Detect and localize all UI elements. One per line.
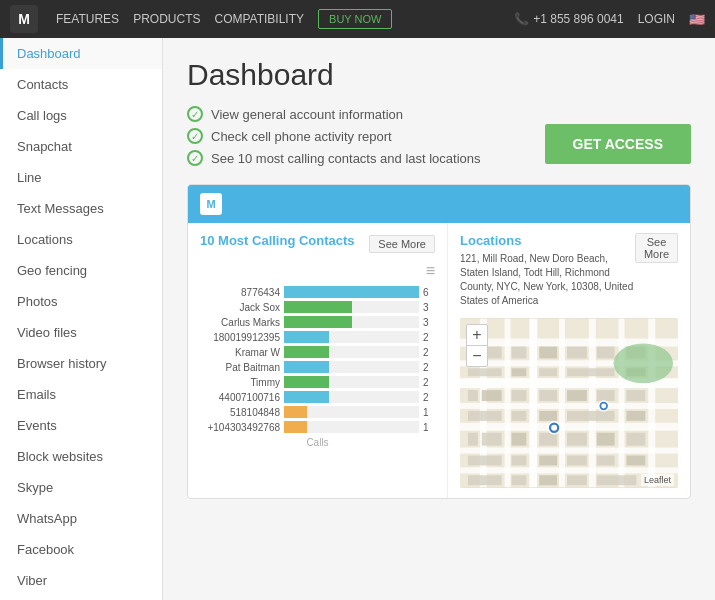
svg-rect-6 <box>460 423 678 431</box>
bar-value: 2 <box>423 362 435 373</box>
svg-point-58 <box>614 344 673 384</box>
calling-section: 10 Most Calling Contacts See More ≡ 8776… <box>188 223 448 498</box>
sidebar-item-contacts[interactable]: Contacts <box>0 69 162 100</box>
bar-track <box>284 316 419 328</box>
feature-item: ✓View general account information <box>187 106 691 122</box>
svg-rect-55 <box>539 475 557 485</box>
svg-rect-11 <box>529 319 537 487</box>
bar-value: 2 <box>423 332 435 343</box>
svg-rect-39 <box>626 411 645 421</box>
sidebar-item-browser-history[interactable]: Browser history <box>0 348 162 379</box>
svg-rect-33 <box>597 390 615 401</box>
sidebar-item-line[interactable]: Line <box>0 162 162 193</box>
bar-row: +104303492768 1 <box>200 421 435 433</box>
sidebar-item-video-files[interactable]: Video files <box>0 317 162 348</box>
svg-rect-40 <box>468 433 478 446</box>
bar-row: 8776434 6 <box>200 286 435 298</box>
bar-label: Kramar W <box>200 347 280 358</box>
svg-rect-12 <box>559 319 565 487</box>
sidebar-item-geo-fencing[interactable]: Geo fencing <box>0 255 162 286</box>
sidebar-item-text-messages[interactable]: Text Messages <box>0 193 162 224</box>
bar-row: 518104848 1 <box>200 406 435 418</box>
topnav-compatibility[interactable]: COMPATIBILITY <box>214 12 304 26</box>
locations-see-more-button[interactable]: See More <box>635 233 678 263</box>
sidebar-item-locations[interactable]: Locations <box>0 224 162 255</box>
bar-label: +104303492768 <box>200 422 280 433</box>
get-access-button[interactable]: GET ACCESS <box>545 124 692 164</box>
svg-point-62 <box>601 403 606 408</box>
bar-track <box>284 346 419 358</box>
login-link[interactable]: LOGIN <box>638 12 675 26</box>
svg-rect-43 <box>539 433 557 446</box>
bar-track <box>284 391 419 403</box>
bar-fill <box>284 421 307 433</box>
sidebar-item-emails[interactable]: Emails <box>0 379 162 410</box>
bar-label: 8776434 <box>200 287 280 298</box>
bar-fill <box>284 301 352 313</box>
bar-fill <box>284 361 329 373</box>
svg-rect-53 <box>468 475 502 485</box>
svg-rect-30 <box>512 390 527 401</box>
bar-row: Jack Sox 3 <box>200 301 435 313</box>
bar-label: 518104848 <box>200 407 280 418</box>
svg-rect-51 <box>597 456 615 466</box>
svg-rect-24 <box>512 368 527 376</box>
bar-fill <box>284 286 419 298</box>
locations-address: 121, Mill Road, New Doro Beach, Staten I… <box>460 252 635 308</box>
topnav-links: FEATURES PRODUCTS COMPATIBILITY BUY NOW <box>56 9 392 29</box>
sidebar-item-tinder[interactable]: Tinder <box>0 596 162 600</box>
card-body: 10 Most Calling Contacts See More ≡ 8776… <box>188 223 690 498</box>
svg-rect-14 <box>619 319 625 487</box>
bar-track <box>284 286 419 298</box>
svg-rect-48 <box>512 456 527 466</box>
calls-label: Calls <box>200 437 435 448</box>
svg-rect-23 <box>468 368 502 376</box>
sidebar-item-skype[interactable]: Skype <box>0 472 162 503</box>
topnav-features[interactable]: FEATURES <box>56 12 119 26</box>
svg-rect-52 <box>626 456 645 466</box>
flag-icon: 🇺🇸 <box>689 12 705 27</box>
sidebar-item-photos[interactable]: Photos <box>0 286 162 317</box>
bar-track <box>284 361 419 373</box>
bar-track <box>284 301 419 313</box>
bar-row: Carlus Marks 3 <box>200 316 435 328</box>
topnav-right: 📞 +1 855 896 0041 LOGIN 🇺🇸 <box>514 12 705 27</box>
bar-track <box>284 406 419 418</box>
calling-see-more-button[interactable]: See More <box>369 235 435 253</box>
calling-title: 10 Most Calling Contacts <box>200 233 355 248</box>
sidebar-item-snapchat[interactable]: Snapchat <box>0 131 162 162</box>
svg-rect-36 <box>512 411 527 421</box>
sidebar-item-block-websites[interactable]: Block websites <box>0 441 162 472</box>
svg-rect-56 <box>567 475 587 485</box>
bar-track <box>284 421 419 433</box>
topnav-products[interactable]: PRODUCTS <box>133 12 200 26</box>
bar-label: Jack Sox <box>200 302 280 313</box>
zoom-out-button[interactable]: − <box>467 346 487 366</box>
svg-rect-32 <box>567 390 587 401</box>
sidebar-item-events[interactable]: Events <box>0 410 162 441</box>
svg-rect-35 <box>468 411 502 421</box>
buy-now-button[interactable]: BUY NOW <box>318 9 392 29</box>
sidebar-item-call-logs[interactable]: Call logs <box>0 100 162 131</box>
bar-row: 44007100716 2 <box>200 391 435 403</box>
sidebar-item-facebook[interactable]: Facebook <box>0 534 162 565</box>
bar-menu-icon[interactable]: ≡ <box>200 262 435 280</box>
sidebar-item-viber[interactable]: Viber <box>0 565 162 596</box>
zoom-in-button[interactable]: + <box>467 325 487 345</box>
sidebar-item-whatsapp[interactable]: WhatsApp <box>0 503 162 534</box>
svg-rect-5 <box>460 403 678 409</box>
svg-rect-57 <box>597 475 637 485</box>
svg-rect-28 <box>468 390 478 401</box>
sidebar: DashboardContactsCall logsSnapchatLineTe… <box>0 38 163 600</box>
svg-rect-47 <box>468 456 502 466</box>
topnav: M FEATURES PRODUCTS COMPATIBILITY BUY NO… <box>0 0 715 38</box>
bar-track <box>284 376 419 388</box>
bar-fill <box>284 406 307 418</box>
bar-label: 44007100716 <box>200 392 280 403</box>
sidebar-item-dashboard[interactable]: Dashboard <box>0 38 162 69</box>
topnav-phone: 📞 +1 855 896 0041 <box>514 12 623 26</box>
svg-rect-21 <box>597 347 615 359</box>
svg-rect-20 <box>567 347 587 359</box>
svg-rect-49 <box>539 456 557 466</box>
layout: DashboardContactsCall logsSnapchatLineTe… <box>0 38 715 600</box>
